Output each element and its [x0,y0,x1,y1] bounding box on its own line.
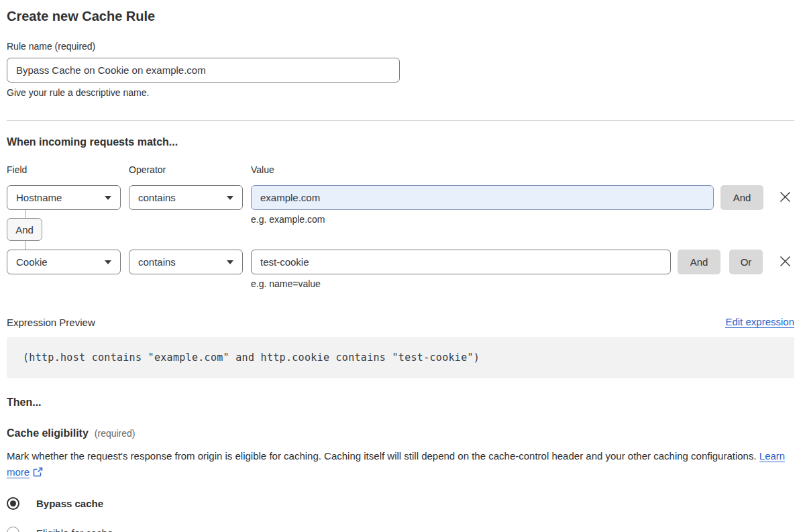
operator-select-value: contains [138,256,176,268]
description-text: Mark whether the request's response from… [7,450,757,462]
rule-name-help-text: Give your rule a descriptive name. [7,87,794,98]
close-icon [779,255,792,270]
value-hint-text: e.g. example.com [251,214,325,225]
expression-code: (http.host contains "example.com" and ht… [23,352,480,364]
external-link-icon [33,466,43,482]
cache-eligibility-description: Mark whether the request's response from… [7,448,794,482]
expression-preview-header: Expression Preview Edit expression [7,316,794,328]
field-select[interactable]: Hostname [7,185,121,210]
connector-line [25,241,25,250]
close-icon [779,191,792,205]
cache-eligibility-heading-row: Cache eligibility (required) [7,427,794,439]
page-title: Create new Cache Rule [7,8,794,24]
add-or-condition-button[interactable]: Or [729,250,763,274]
radio-selected-icon[interactable] [7,497,19,510]
remove-condition-button[interactable] [775,250,794,274]
operator-select[interactable]: contains [129,250,243,274]
operator-column-label: Operator [129,164,251,175]
radio-option-label: Bypass cache [36,498,103,509]
chevron-down-icon [227,196,233,200]
radio-option-bypass-cache[interactable]: Bypass cache [7,497,794,510]
remove-condition-button[interactable] [775,185,794,210]
expression-preview-box: (http.host contains "example.com" and ht… [7,337,794,378]
required-note: (required) [95,428,136,439]
connector-line [25,210,25,218]
value-hint-text: e.g. name=value [251,278,321,289]
match-section-heading: When incoming requests match... [7,136,794,148]
operator-select-value: contains [138,192,176,203]
and-connector-chip[interactable]: And [7,218,42,241]
radio-unselected-icon[interactable] [7,527,19,532]
cache-rule-form: Create new Cache Rule Rule name (require… [0,0,805,532]
add-and-condition-button[interactable]: And [720,185,763,210]
chevron-down-icon [227,260,233,264]
value-column-label: Value [251,164,794,175]
radio-option-eligible-for-cache[interactable]: Eligible for cache [7,527,794,532]
value-input[interactable] [251,185,714,210]
section-divider [7,120,794,121]
add-and-condition-button[interactable]: And [678,250,720,274]
field-column-label: Field [7,164,129,175]
field-select-value: Hostname [16,192,62,203]
field-select-value: Cookie [16,256,48,268]
chevron-down-icon [105,260,111,264]
then-section-heading: Then... [7,396,794,409]
row-connector: And [7,210,141,250]
radio-option-label: Eligible for cache [36,527,113,532]
field-select[interactable]: Cookie [7,250,121,274]
chevron-down-icon [105,196,111,200]
edit-expression-link[interactable]: Edit expression [725,316,794,328]
rule-name-label: Rule name (required) [7,41,794,52]
rule-name-input[interactable] [7,58,400,83]
builder-column-labels: Field Operator Value [7,164,794,175]
expression-preview-label: Expression Preview [7,317,95,328]
rule-builder-row: Cookie contains And Or e.g. name=value [7,250,794,274]
cache-eligibility-heading: Cache eligibility [7,427,89,439]
value-input[interactable] [251,250,671,274]
operator-select[interactable]: contains [129,185,243,210]
rule-builder-row: Hostname contains And e.g. example.com [7,185,794,210]
